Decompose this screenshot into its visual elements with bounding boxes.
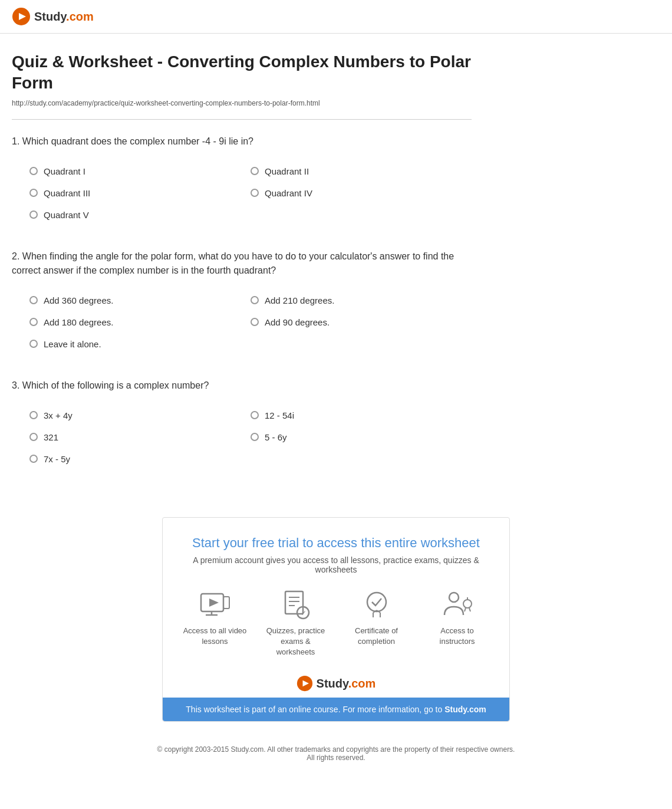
cta-footer-link[interactable]: Study.com (444, 705, 486, 714)
cta-banner: Start your free trial to access this ent… (162, 517, 510, 722)
option-label: Add 90 degrees. (265, 317, 330, 327)
question-1-options: Quadrant I Quadrant II Quadrant III Quad… (29, 160, 472, 226)
option-label: Add 210 degrees. (265, 295, 334, 305)
cta-logo-text: Study.com (317, 677, 376, 690)
feature-video: Access to all video lessons (183, 589, 248, 647)
copyright-text: © copyright 2003-2015 Study.com. All oth… (12, 745, 660, 754)
question-3-options: 3x + 4y 12 - 54i 321 5 - 6y 7x - 5y (29, 404, 472, 470)
page-footer: © copyright 2003-2015 Study.com. All oth… (0, 734, 672, 774)
radio-q2-5[interactable] (29, 340, 38, 348)
svg-point-18 (449, 593, 459, 602)
option-q3-1[interactable]: 3x + 4y (29, 404, 251, 426)
option-label: Add 180 degrees. (44, 317, 113, 327)
option-q1-5[interactable]: Quadrant V (29, 204, 472, 226)
radio-q1-4[interactable] (251, 189, 259, 197)
radio-q3-4[interactable] (251, 433, 259, 441)
video-icon (200, 589, 230, 620)
option-q2-1[interactable]: Add 360 degrees. (29, 290, 251, 311)
option-label: Quadrant II (265, 166, 309, 176)
radio-q1-2[interactable] (251, 167, 259, 175)
option-q1-1[interactable]: Quadrant I (29, 160, 251, 182)
option-q3-5[interactable]: 7x - 5y (29, 448, 472, 470)
feature-video-label: Access to all video lessons (183, 626, 248, 647)
option-label: Quadrant V (44, 210, 89, 220)
cta-logo-icon (297, 675, 313, 692)
feature-instructors-label: Access to instructors (425, 626, 490, 647)
radio-q1-3[interactable] (29, 189, 38, 197)
svg-point-13 (367, 593, 386, 611)
feature-quizzes: ✓ Quizzes, practice exams & worksheets (263, 589, 328, 658)
option-label: Quadrant III (44, 188, 90, 198)
option-q2-3[interactable]: Add 180 degrees. (29, 311, 251, 333)
site-header: Study.com (0, 0, 672, 34)
option-label: 321 (44, 432, 58, 442)
feature-instructors: Access to instructors (425, 589, 490, 647)
option-label: 12 - 54i (265, 410, 294, 420)
question-1-text: 1. Which quadrant does the complex numbe… (12, 134, 472, 149)
option-q3-2[interactable]: 12 - 54i (251, 404, 472, 426)
radio-q2-3[interactable] (29, 318, 38, 326)
radio-q2-2[interactable] (251, 296, 259, 304)
radio-q2-1[interactable] (29, 296, 38, 304)
radio-q3-3[interactable] (29, 433, 38, 441)
feature-quizzes-label: Quizzes, practice exams & worksheets (263, 626, 328, 658)
option-label: 7x - 5y (44, 454, 70, 464)
svg-rect-6 (223, 597, 229, 609)
cta-footer-text: This worksheet is part of an online cour… (186, 705, 444, 714)
instructor-icon (442, 589, 473, 620)
option-label: 3x + 4y (44, 410, 73, 420)
feature-certificate: Certificate of completion (344, 589, 409, 647)
option-label: Add 360 degrees. (44, 295, 113, 305)
option-label: Quadrant I (44, 166, 85, 176)
question-3: 3. Which of the following is a complex n… (12, 379, 472, 470)
option-q3-4[interactable]: 5 - 6y (251, 426, 472, 448)
radio-q3-2[interactable] (251, 411, 259, 419)
radio-q3-1[interactable] (29, 411, 38, 419)
radio-q2-4[interactable] (251, 318, 259, 326)
cta-title: Start your free trial to access this ent… (174, 535, 498, 551)
logo-icon (12, 7, 31, 26)
option-q2-2[interactable]: Add 210 degrees. (251, 290, 472, 311)
option-q2-5[interactable]: Leave it alone. (29, 333, 472, 355)
radio-q3-5[interactable] (29, 455, 38, 463)
site-logo[interactable]: Study.com (12, 7, 94, 26)
option-q1-2[interactable]: Quadrant II (251, 160, 472, 182)
option-label: 5 - 6y (265, 432, 287, 442)
question-2-options: Add 360 degrees. Add 210 degrees. Add 18… (29, 290, 472, 355)
feature-certificate-label: Certificate of completion (344, 626, 409, 647)
svg-text:✓: ✓ (301, 609, 307, 617)
question-2: 2. When finding the angle for the polar … (12, 249, 472, 355)
cta-footer-bar: This worksheet is part of an online cour… (163, 698, 509, 721)
option-label: Quadrant IV (265, 188, 312, 198)
option-q1-4[interactable]: Quadrant IV (251, 182, 472, 204)
svg-rect-19 (463, 600, 472, 608)
cta-subtitle: A premium account gives you access to al… (174, 555, 498, 574)
svg-line-21 (465, 608, 466, 611)
radio-q1-5[interactable] (29, 211, 38, 219)
question-3-text: 3. Which of the following is a complex n… (12, 379, 472, 393)
rights-text: All rights reserved. (12, 754, 660, 762)
cta-logo: Study.com (174, 669, 498, 698)
svg-marker-3 (209, 598, 219, 607)
option-q1-3[interactable]: Quadrant III (29, 182, 251, 204)
page-title: Quiz & Worksheet - Converting Complex Nu… (12, 51, 472, 94)
quiz-icon: ✓ (281, 589, 311, 620)
question-1: 1. Which quadrant does the complex numbe… (12, 134, 472, 226)
option-label: Leave it alone. (44, 339, 101, 349)
header-divider (12, 119, 472, 120)
svg-line-22 (469, 608, 470, 611)
option-q2-4[interactable]: Add 90 degrees. (251, 311, 472, 333)
features-row: Access to all video lessons ✓ Quizzes, p… (174, 589, 498, 658)
page-url: http://study.com/academy/practice/quiz-w… (12, 99, 472, 107)
logo-text: Study.com (34, 10, 94, 24)
option-q3-3[interactable]: 321 (29, 426, 251, 448)
certificate-icon (361, 589, 392, 620)
radio-q1-1[interactable] (29, 167, 38, 175)
question-2-text: 2. When finding the angle for the polar … (12, 249, 472, 278)
main-content: Quiz & Worksheet - Converting Complex Nu… (0, 34, 483, 505)
